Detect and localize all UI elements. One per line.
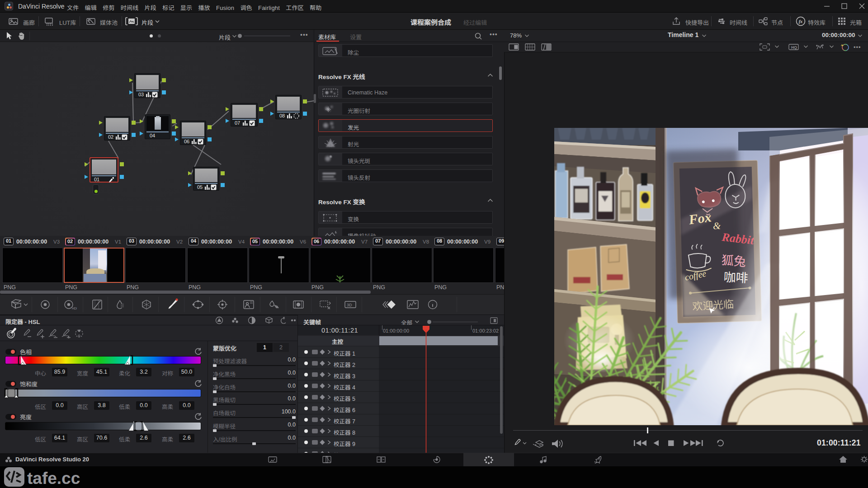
svg-text:3D: 3D [347,303,352,307]
svg-text:tafe.cc: tafe.cc [27,469,80,488]
svg-text:&: & [713,220,722,231]
svg-text:HDR: HDR [72,307,77,310]
svg-text:HQ: HQ [791,45,797,50]
svg-text:fx: fx [799,19,803,24]
svg-text:Fox: Fox [688,209,712,227]
